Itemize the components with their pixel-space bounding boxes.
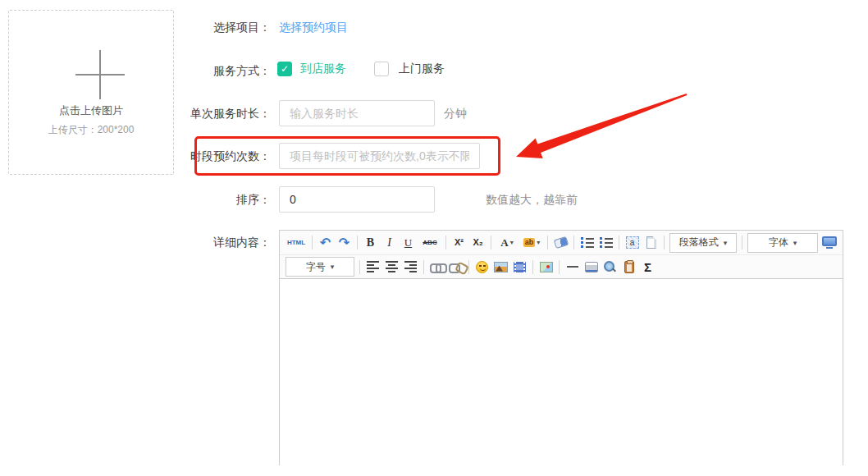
service-mode-label: 服务方式： xyxy=(0,64,271,79)
insert-video-button[interactable] xyxy=(510,258,529,277)
service-mode-group: ✓ 到店服务 上门服务 xyxy=(277,62,445,76)
editor-content-area[interactable] xyxy=(280,279,843,465)
sort-input[interactable] xyxy=(279,186,435,213)
sort-label: 排序： xyxy=(0,186,271,213)
italic-icon: I xyxy=(387,237,391,249)
unordered-list-icon xyxy=(600,237,613,249)
chevron-down-icon: ▾ xyxy=(724,239,728,247)
source-icon: HTML xyxy=(287,240,305,246)
horizontal-rule-button[interactable] xyxy=(563,258,582,277)
ordered-list-icon xyxy=(581,237,594,249)
home-visit-label[interactable]: 上门服务 xyxy=(399,62,445,76)
underline-icon: U xyxy=(404,237,412,248)
map-button[interactable] xyxy=(537,258,555,277)
emotion-button[interactable] xyxy=(473,258,491,277)
clear-doc-button[interactable] xyxy=(642,233,660,252)
chevron-down-icon: ▾ xyxy=(793,239,797,247)
duration-input[interactable] xyxy=(279,100,435,126)
emotion-icon xyxy=(476,261,488,273)
ordered-list-button[interactable] xyxy=(578,233,596,252)
bold-button[interactable]: B xyxy=(361,233,380,252)
superscript-button[interactable]: X² xyxy=(450,233,468,252)
strikethrough-button[interactable]: ABC xyxy=(418,233,442,252)
insert-image-button[interactable] xyxy=(491,258,510,277)
toolbar-separator xyxy=(423,260,424,274)
toolbar-separator xyxy=(468,260,469,274)
chevron-down-icon: ▾ xyxy=(331,263,335,271)
insert-video-icon xyxy=(514,262,526,272)
unordered-list-button[interactable] xyxy=(596,233,615,252)
font-family-select[interactable]: 字体▾ xyxy=(747,233,818,253)
forecolor-icon: A xyxy=(500,237,508,248)
toolbar-separator xyxy=(312,236,313,249)
underline-button[interactable]: U xyxy=(399,233,418,252)
bold-icon: B xyxy=(367,237,374,249)
insert-link-button[interactable] xyxy=(427,258,446,277)
preview-button[interactable] xyxy=(601,258,619,277)
select-project-link[interactable]: 选择预约项目 xyxy=(279,21,348,35)
undo-icon: ↶ xyxy=(320,236,331,249)
horizontal-rule-icon xyxy=(567,266,578,268)
print-button[interactable] xyxy=(582,258,601,277)
justify-right-icon xyxy=(404,261,417,272)
toolbar-separator xyxy=(445,236,446,249)
slot-limit-input[interactable] xyxy=(279,143,480,169)
red-arrow-annotation xyxy=(505,86,693,164)
sort-hint: 数值越大，越靠前 xyxy=(486,186,578,213)
formula-button[interactable]: Σ xyxy=(638,258,657,277)
font-size-select[interactable]: 字号▾ xyxy=(286,257,354,277)
rich-text-editor: HTML↶↷BIUABCX²X₂A▾ab▾a段落格式▾字体▾字号▾Σ xyxy=(279,230,843,465)
justify-left-button[interactable] xyxy=(363,258,382,277)
subscript-button[interactable]: X₂ xyxy=(468,233,487,252)
unlink-button[interactable] xyxy=(446,258,465,277)
print-icon xyxy=(585,262,598,272)
formula-icon: Σ xyxy=(644,261,651,273)
subscript-icon: X₂ xyxy=(473,238,482,247)
font-family-select-label: 字体 xyxy=(769,236,788,249)
chevron-down-icon: ▾ xyxy=(537,239,540,246)
select-all-button[interactable]: a xyxy=(623,233,642,252)
check-icon: ✓ xyxy=(281,63,289,75)
toolbar-separator xyxy=(664,236,665,249)
checkbox-home-visit[interactable] xyxy=(374,62,389,76)
clear-doc-icon xyxy=(646,236,656,249)
paragraph-format-select[interactable]: 段落格式▾ xyxy=(669,233,737,253)
undo-button[interactable]: ↶ xyxy=(316,233,335,252)
paste-icon xyxy=(624,261,634,273)
map-icon xyxy=(540,262,553,272)
duration-unit: 分钟 xyxy=(444,100,467,126)
justify-right-button[interactable] xyxy=(401,258,420,277)
toolbar-separator xyxy=(532,260,533,274)
paragraph-format-select-label: 段落格式 xyxy=(679,236,719,249)
editor-toolbar: HTML↶↷BIUABCX²X₂A▾ab▾a段落格式▾字体▾字号▾Σ xyxy=(280,231,843,279)
insert-image-icon xyxy=(494,262,508,272)
in-store-label[interactable]: 到店服务 xyxy=(300,62,346,76)
fullscreen-button[interactable] xyxy=(820,233,838,252)
insert-link-icon xyxy=(430,263,445,271)
italic-button[interactable]: I xyxy=(380,233,399,252)
toolbar-separator xyxy=(547,236,548,249)
checkbox-in-store[interactable]: ✓ xyxy=(277,62,292,76)
strikethrough-icon: ABC xyxy=(423,240,436,246)
toolbar-separator xyxy=(357,236,358,249)
fullscreen-icon xyxy=(822,236,837,249)
justify-center-button[interactable] xyxy=(382,258,401,277)
removeformat-icon xyxy=(553,236,569,249)
select-all-icon: a xyxy=(626,236,639,249)
font-size-select-label: 字号 xyxy=(306,260,326,274)
hilitecolor-icon: ab xyxy=(523,238,536,247)
redo-icon: ↷ xyxy=(339,236,349,249)
justify-center-icon xyxy=(386,261,398,272)
source-button[interactable]: HTML xyxy=(284,233,308,252)
hilitecolor-button[interactable]: ab▾ xyxy=(519,233,544,252)
removeformat-button[interactable] xyxy=(551,233,570,252)
toolbar-separator xyxy=(491,236,491,249)
unlink-icon xyxy=(449,263,464,271)
forecolor-button[interactable]: A▾ xyxy=(495,233,519,252)
toolbar-separator xyxy=(559,260,560,274)
preview-icon xyxy=(604,261,616,273)
project-label: 选择项目： xyxy=(0,21,271,35)
justify-left-icon xyxy=(367,261,379,272)
paste-button[interactable] xyxy=(619,258,638,277)
redo-button[interactable]: ↷ xyxy=(335,233,354,252)
